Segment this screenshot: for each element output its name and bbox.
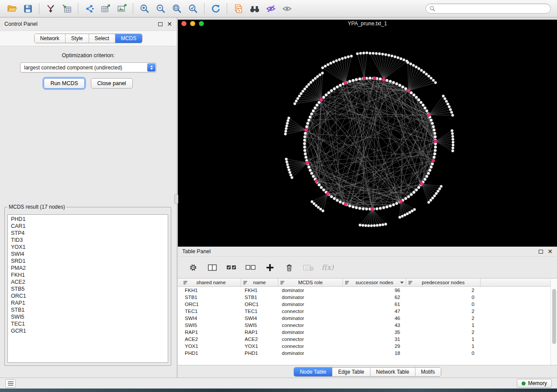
table-row[interactable]: SWI5SWI5connector431 [178, 322, 557, 329]
open-file-button[interactable] [3, 2, 20, 16]
mcds-result-item[interactable]: ORC1 [8, 292, 168, 299]
table-cell[interactable]: connector [278, 343, 343, 350]
tab-motifs[interactable]: Motifs [415, 368, 441, 376]
mcds-result-item[interactable]: PHD1 [8, 216, 168, 223]
table-cell[interactable]: ORC1 [241, 301, 278, 308]
network-window-titlebar[interactable]: YPA_prune.txt_1 [178, 20, 557, 28]
table-cell[interactable]: SWI5 [241, 322, 278, 329]
mcds-result-item[interactable]: FKH1 [8, 272, 168, 279]
find-button[interactable] [246, 2, 263, 16]
close-window-icon[interactable] [181, 21, 187, 26]
add-row-button[interactable] [263, 261, 277, 274]
table-cell[interactable]: ORC1 [181, 301, 241, 308]
search-input[interactable] [437, 6, 547, 12]
export-image-button[interactable] [114, 2, 130, 16]
chevron-down-icon[interactable] [400, 282, 404, 284]
float-panel-icon[interactable] [158, 22, 163, 26]
table-cell[interactable]: 18 [343, 350, 406, 357]
table-cell[interactable]: 2 [406, 329, 481, 336]
hide-selected-button[interactable] [263, 2, 279, 16]
table-cell[interactable]: PHD1 [241, 350, 278, 357]
table-cell[interactable]: 1 [406, 322, 481, 329]
table-cell[interactable]: PHD1 [181, 350, 241, 357]
export-network-button[interactable] [81, 2, 97, 16]
table-cell[interactable]: FKH1 [181, 287, 241, 294]
optimization-criterion-select[interactable]: largest connected component (undirected) [20, 62, 156, 72]
mcds-result-item[interactable]: SWI5 [8, 313, 168, 320]
mcds-result-list[interactable]: PHD1CAR1STP4TID3YOX1SWI4SRD1PMA2FKH1ACE2… [7, 214, 168, 363]
show-all-button[interactable] [279, 2, 295, 16]
maximize-window-icon[interactable] [199, 21, 204, 26]
mcds-result-item[interactable]: STB1 [8, 306, 168, 313]
table-cell[interactable]: STB1 [181, 294, 241, 301]
table-cell[interactable]: TEC1 [241, 308, 278, 315]
mcds-result-item[interactable]: TID3 [8, 237, 168, 244]
mcds-result-item[interactable]: ACE2 [8, 279, 168, 285]
table-settings-button[interactable] [187, 261, 200, 274]
table-cell[interactable]: 2 [406, 287, 481, 294]
tab-select[interactable]: Select [89, 34, 115, 43]
table-cell[interactable]: 0 [406, 301, 481, 308]
import-table-button[interactable] [59, 2, 75, 16]
table-cell[interactable]: dominator [278, 301, 343, 308]
table-row[interactable]: TEC1TEC1connector472 [178, 308, 557, 315]
scrollbar-thumb[interactable] [552, 289, 556, 344]
memory-button[interactable]: Memory [517, 379, 552, 388]
column-header-successor-nodes[interactable]: successor nodes [343, 279, 406, 286]
table-cell[interactable]: 47 [343, 308, 406, 315]
duplicate-network-button[interactable] [230, 2, 246, 16]
mcds-result-item[interactable]: PMA2 [8, 265, 168, 272]
column-header-predecessor-nodes[interactable]: predecessor nodes [406, 279, 481, 286]
status-menu-button[interactable] [5, 379, 16, 388]
table-cell[interactable]: 0 [406, 294, 481, 301]
tab-edge-table[interactable]: Edge Table [332, 368, 370, 376]
mcds-result-item[interactable]: TEC1 [8, 320, 168, 327]
table-row[interactable]: FKH1FKH1dominator962 [178, 287, 557, 294]
table-row[interactable]: SWI4SWI4dominator462 [178, 315, 557, 322]
table-cell[interactable]: FKH1 [241, 287, 278, 294]
table-cell[interactable]: 29 [343, 343, 406, 350]
select-all-button[interactable] [225, 261, 238, 274]
table-cell[interactable]: 1 [406, 336, 481, 343]
table-cell[interactable]: 31 [343, 336, 406, 343]
mcds-result-item[interactable]: STP4 [8, 230, 168, 237]
table-row[interactable]: ORC1ORC1dominator610 [178, 301, 557, 308]
refresh-button[interactable] [208, 2, 224, 16]
zoom-in-button[interactable] [136, 2, 152, 16]
table-cell[interactable]: ACE2 [181, 336, 241, 343]
table-cell[interactable]: YOX1 [181, 343, 241, 350]
table-cell[interactable]: dominator [278, 294, 343, 301]
minimize-window-icon[interactable] [190, 21, 195, 26]
table-cell[interactable]: 62 [343, 294, 406, 301]
table-cell[interactable]: SWI5 [181, 322, 241, 329]
table-cell[interactable]: 61 [343, 301, 406, 308]
zoom-selected-button[interactable] [185, 2, 201, 16]
table-scrollbar[interactable] [550, 279, 557, 365]
table-row[interactable]: YOX1YOX1connector291 [178, 343, 557, 350]
table-row[interactable]: ACE2ACE2connector311 [178, 336, 557, 343]
table-row[interactable]: RAP1RAP1dominator352 [178, 329, 557, 336]
delete-row-button[interactable] [283, 261, 296, 274]
mcds-result-item[interactable]: CAR1 [8, 223, 168, 230]
table-row[interactable]: PHD1PHD1dominator180 [178, 350, 557, 357]
table-cell[interactable]: TEC1 [181, 308, 241, 315]
tab-style[interactable]: Style [66, 34, 89, 43]
table-cell[interactable]: connector [278, 308, 343, 315]
table-cell[interactable]: 2 [406, 315, 481, 322]
close-table-panel-icon[interactable]: ✕ [547, 249, 553, 254]
mcds-result-item[interactable]: SRD1 [8, 258, 168, 265]
tab-mcds[interactable]: MCDS [115, 34, 142, 43]
tab-network-table[interactable]: Network Table [370, 368, 415, 376]
mcds-result-item[interactable]: STB5 [8, 285, 168, 292]
table-cell[interactable]: 2 [406, 308, 481, 315]
close-panel-button[interactable]: Close panel [91, 78, 133, 89]
table-cell[interactable]: 96 [343, 287, 406, 294]
table-cell[interactable]: RAP1 [181, 329, 241, 336]
table-cell[interactable]: connector [278, 336, 343, 343]
table-cell[interactable]: YOX1 [241, 343, 278, 350]
deselect-all-button[interactable] [244, 261, 257, 274]
tab-network[interactable]: Network [35, 34, 66, 43]
table-cell[interactable]: dominator [278, 329, 343, 336]
table-cell[interactable]: 43 [343, 322, 406, 329]
mcds-result-item[interactable]: RAP1 [8, 299, 168, 306]
